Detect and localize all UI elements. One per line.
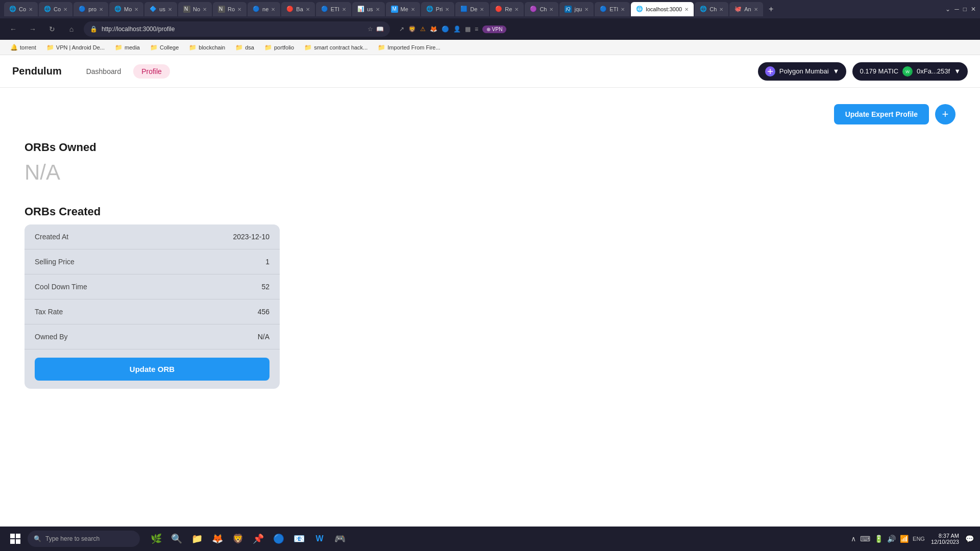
- taskbar-app-9[interactable]: W: [310, 530, 329, 548]
- sidebar-icon[interactable]: ▦: [465, 26, 471, 33]
- folder-icon-7: 📁: [304, 44, 312, 51]
- tab-5[interactable]: 🔷us✕: [144, 2, 177, 16]
- notification-icon[interactable]: ⚠: [420, 26, 426, 33]
- bookmark-smart-contract[interactable]: 📁 smart contract hack...: [300, 43, 372, 52]
- minimize-button[interactable]: ─: [954, 6, 959, 13]
- nav-profile[interactable]: Profile: [133, 64, 170, 79]
- orb-row-tax-rate: Tax Rate 456: [24, 299, 280, 324]
- start-button[interactable]: [6, 530, 24, 548]
- tab-3[interactable]: 🔵pro✕: [74, 2, 108, 16]
- selling-price-value: 1: [265, 258, 270, 266]
- update-orb-button[interactable]: Update ORB: [35, 358, 270, 381]
- tab-10[interactable]: 🔵ETI✕: [316, 2, 351, 16]
- tab-20[interactable]: 🌐Ch✕: [695, 2, 728, 16]
- tab-4[interactable]: 🌐Mo✕: [109, 2, 143, 16]
- battery-icon: 🔋: [874, 535, 883, 543]
- taskbar-app-8[interactable]: 📧: [290, 530, 308, 548]
- taskbar-clock[interactable]: 8:37 AM 12/10/2023: [931, 533, 959, 545]
- tax-rate-value: 456: [258, 308, 270, 316]
- update-expert-profile-button[interactable]: Update Expert Profile: [834, 104, 929, 124]
- cool-down-label: Cool Down Time: [35, 283, 87, 291]
- cool-down-value: 52: [261, 283, 270, 291]
- taskbar-app-2[interactable]: 🔍: [167, 530, 186, 548]
- bookmark-college[interactable]: 📁 College: [146, 43, 183, 52]
- tab-1[interactable]: 🌐Co✕: [4, 2, 38, 16]
- taskbar-app-7[interactable]: 🔵: [270, 530, 288, 548]
- wallet-balance: 0.179 MATIC: [860, 67, 898, 75]
- chevron-up-icon[interactable]: ∧: [851, 535, 856, 543]
- address-bar[interactable]: 🔒 http://localhost:3000/profile ☆ 📖: [84, 21, 390, 37]
- tab-15[interactable]: 🔴Re✕: [490, 2, 524, 16]
- tab-9[interactable]: 🔴Ba✕: [281, 2, 314, 16]
- tab-7[interactable]: NRo✕: [213, 2, 247, 16]
- svg-rect-3: [10, 534, 15, 538]
- close-button[interactable]: ✕: [971, 6, 976, 13]
- wallet-icon: W: [902, 66, 913, 77]
- nav-dashboard[interactable]: Dashboard: [78, 64, 130, 79]
- browser-chrome: 🌐Co✕ 🌐Co✕ 🔵pro✕ 🌐Mo✕ 🔷us✕ NNo✕ NRo✕ 🔵ne✕…: [0, 0, 980, 55]
- forward-button[interactable]: →: [26, 22, 40, 36]
- extension-icon[interactable]: 🔵: [442, 26, 449, 33]
- network-selector[interactable]: Polygon Mumbai ▼: [758, 62, 847, 81]
- folder-icon-2: 📁: [115, 44, 122, 51]
- tab-12[interactable]: MMe✕: [386, 2, 420, 16]
- tab-16[interactable]: 🟣Ch✕: [525, 2, 558, 16]
- bookmark-torrent[interactable]: 🔔 torrent: [6, 43, 40, 52]
- profile-icon[interactable]: 👤: [453, 26, 461, 33]
- add-button[interactable]: +: [935, 104, 955, 124]
- taskbar-app-4[interactable]: 🦊: [208, 530, 227, 548]
- brave-icon[interactable]: 🦁: [408, 26, 416, 33]
- orbs-created-title: ORBs Created: [24, 205, 955, 218]
- orb-row-selling-price: Selling Price 1: [24, 249, 280, 274]
- taskbar-app-5[interactable]: 🦁: [229, 530, 247, 548]
- bookmark-portfolio[interactable]: 📁 portfolio: [260, 43, 298, 52]
- address-bar-actions: ☆ 📖: [368, 26, 384, 33]
- bookmark-star-icon[interactable]: ☆: [368, 26, 373, 33]
- tab-13[interactable]: 🌐Pri✕: [421, 2, 454, 16]
- crypto-icon[interactable]: 🦊: [430, 26, 437, 33]
- orb-row-created-at: Created At 2023-12-10: [24, 224, 280, 249]
- bookmark-media[interactable]: 📁 media: [111, 43, 144, 52]
- orb-button-row: Update ORB: [24, 349, 280, 389]
- bookmark-vpn[interactable]: 📁 VPN | Android De...: [42, 43, 109, 52]
- bookmark-dsa[interactable]: 📁 dsa: [231, 43, 258, 52]
- network-icon: [765, 66, 775, 77]
- share-icon[interactable]: ↗: [399, 26, 404, 33]
- taskbar-app-1[interactable]: 🌿: [147, 530, 165, 548]
- tab-active[interactable]: 🌐localhost:3000✕: [631, 2, 694, 16]
- back-button[interactable]: ←: [6, 22, 20, 36]
- reload-button[interactable]: ↻: [45, 22, 59, 36]
- maximize-button[interactable]: □: [963, 6, 967, 13]
- bookmark-blockchain[interactable]: 📁 blockchain: [185, 43, 229, 52]
- vpn-badge[interactable]: ⊕ VPN: [482, 26, 506, 33]
- taskbar-search[interactable]: 🔍 Type here to search: [28, 531, 140, 547]
- folder-icon-4: 📁: [189, 44, 197, 51]
- network-icon[interactable]: 📶: [900, 535, 909, 543]
- tab-21[interactable]: 🐙An✕: [729, 2, 763, 16]
- taskbar-app-10[interactable]: 🎮: [331, 530, 349, 548]
- folder-icon: 📁: [46, 44, 54, 51]
- new-tab-button[interactable]: +: [764, 2, 778, 16]
- menu-icon[interactable]: ≡: [475, 26, 478, 33]
- tab-17[interactable]: jQjqu✕: [559, 2, 594, 16]
- taskbar-app-3[interactable]: 📁: [188, 530, 206, 548]
- wallet-selector[interactable]: 0.179 MATIC W 0xFa...253f ▼: [852, 62, 968, 81]
- bookmarks-bar: 🔔 torrent 📁 VPN | Android De... 📁 media …: [0, 40, 980, 55]
- tab-2[interactable]: 🌐Co✕: [39, 2, 72, 16]
- home-button[interactable]: ⌂: [64, 22, 79, 36]
- tab-6[interactable]: NNo✕: [178, 2, 212, 16]
- tab-8[interactable]: 🔵ne✕: [248, 2, 280, 16]
- taskbar-app-6[interactable]: 📌: [249, 530, 267, 548]
- folder-icon-6: 📁: [264, 44, 272, 51]
- tab-scroll-button[interactable]: ⌄: [945, 6, 950, 13]
- svg-rect-4: [16, 534, 20, 538]
- reader-icon[interactable]: 📖: [376, 26, 384, 33]
- tab-14[interactable]: 🟦De✕: [455, 2, 489, 16]
- orb-card: Created At 2023-12-10 Selling Price 1 Co…: [24, 224, 280, 389]
- tab-11[interactable]: 📊us✕: [352, 2, 385, 16]
- bookmark-imported[interactable]: 📁 Imported From Fire...: [374, 43, 444, 52]
- tab-bar: 🌐Co✕ 🌐Co✕ 🔵pro✕ 🌐Mo✕ 🔷us✕ NNo✕ NRo✕ 🔵ne✕…: [0, 0, 980, 18]
- volume-icon[interactable]: 🔊: [887, 535, 896, 543]
- notifications-icon[interactable]: 💬: [965, 535, 974, 543]
- tab-18[interactable]: 🔵ETI✕: [595, 2, 630, 16]
